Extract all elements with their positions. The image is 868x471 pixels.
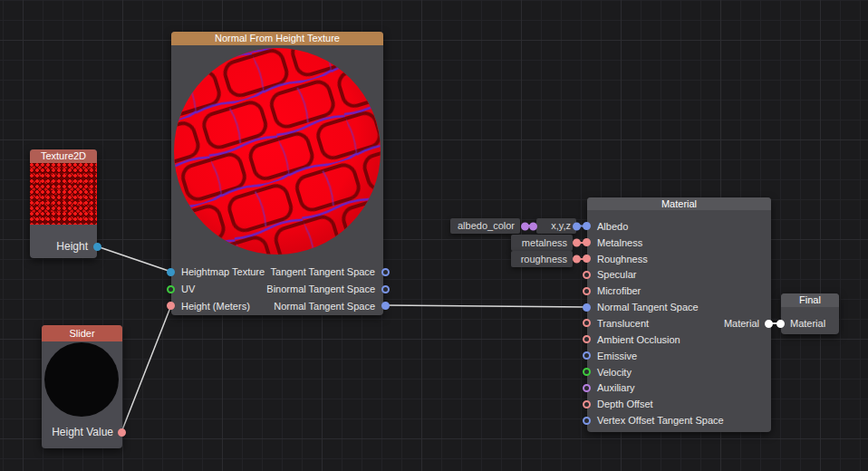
texture2d-preview-image [30,163,97,225]
port-in-albedo[interactable] [583,222,591,230]
port-label-uv: UV [181,284,195,294]
port-label: Depth Offset [597,399,653,409]
port-out-height[interactable] [93,243,101,251]
port-label: Specular [597,269,636,280]
node-slider-title[interactable]: Slider [42,325,122,341]
port-label: Velocity [597,367,632,378]
material-input-row: Microfiber [587,283,771,299]
port-label-height-value: Height Value [52,426,113,438]
port-in-ambient-occlusion[interactable] [583,335,591,343]
port-label-normal-ts: Normal Tangent Space [274,301,375,312]
wire-height-to-heightmap[interactable] [97,246,171,272]
normal-sphere-preview [171,32,383,258]
node-normal-from-height-texture[interactable]: Normal From Height Texture [171,32,383,315]
material-input-row: Depth Offset [587,396,771,412]
port-out-metalness[interactable] [573,239,581,247]
node-material[interactable]: Material AlbedoMetalnessRoughnessSpecula… [587,197,771,432]
port-label: Auxiliary [597,382,635,393]
port-in-roughness[interactable] [583,255,591,263]
material-input-row: Metalness [587,235,771,251]
node-final[interactable]: Final Material [781,293,839,334]
port-label-height: Height [56,240,88,253]
port-label-material-out: Material [724,318,759,329]
port-label-binormal-ts: Binormal Tangent Space [266,284,375,294]
port-in-auxiliary[interactable] [583,384,591,392]
node-texture2d-title[interactable]: Texture2D [30,149,97,163]
node-roughness[interactable]: roughness [511,251,573,267]
port-label: Ambient Occlusion [597,334,680,345]
port-label-final-material: Material [790,318,825,329]
material-input-row: Auxiliary [587,380,771,396]
material-input-row: Albedo [587,218,771,235]
port-label-tangent-ts: Tangent Tangent Space [271,266,375,277]
node-final-title[interactable]: Final [781,293,839,307]
wire-slider-to-heightmeters[interactable] [121,305,171,432]
port-in-emissive[interactable] [583,351,591,360]
port-in-metalness[interactable] [583,238,591,246]
node-xyz[interactable]: x,y,z [536,218,576,234]
roughness-label: roughness [511,251,573,267]
material-input-row: Ambient Occlusion [587,332,771,348]
xyz-label: x,y,z [536,218,576,234]
port-in-heightmap-texture[interactable] [167,268,175,276]
port-in-uv[interactable] [167,285,175,293]
wire-normalts-to-material[interactable] [385,305,587,307]
port-in-specular[interactable] [583,271,591,279]
metalness-label: metalness [511,235,573,251]
port-out-normal-ts[interactable] [381,302,390,310]
material-input-row: Vertex Offset Tangent Space [587,412,771,428]
port-in-normal-tangent-space[interactable] [583,303,591,312]
port-in-xyz[interactable] [529,222,537,230]
port-in-depth-offset[interactable] [583,400,591,409]
node-material-title[interactable]: Material [587,197,771,210]
port-label: Translucent [597,318,649,329]
node-slider[interactable]: Slider Height Value [42,325,122,448]
port-out-binormal-ts[interactable] [381,285,390,293]
port-label: Metalness [597,237,642,248]
port-in-microfiber[interactable] [583,287,591,295]
port-out-roughness[interactable] [573,255,581,264]
port-out-tangent-ts[interactable] [381,268,390,276]
slider-preview-circle[interactable] [44,342,119,417]
graph-canvas[interactable]: Texture2D Height Slider Height Value Nor… [0,0,868,471]
albedo-color-label: albedo_color [450,218,520,234]
port-out-material[interactable] [765,320,773,328]
port-in-translucent[interactable] [583,319,591,327]
port-label-height-meters: Height (Meters) [181,301,250,312]
port-label: Roughness [597,254,648,264]
material-input-row: Specular [587,267,771,284]
material-input-row: Roughness [587,251,771,267]
port-label: Vertex Offset Tangent Space [597,415,724,426]
port-in-velocity[interactable] [583,368,591,376]
port-label-heightmap-texture: Heightmap Texture [181,266,265,277]
material-input-row: Velocity [587,364,771,380]
port-label: Emissive [597,351,637,361]
node-metalness[interactable]: metalness [511,235,573,251]
port-out-albedo-color[interactable] [521,222,529,230]
node-texture2d[interactable]: Texture2D Height [30,149,97,258]
port-in-final-material[interactable] [776,320,785,328]
material-input-row: Normal Tangent Space [587,299,771,315]
port-label: Albedo [597,221,628,232]
material-input-row: Emissive [587,348,771,364]
port-label: Normal Tangent Space [597,302,699,312]
node-albedo-color[interactable]: albedo_color [450,218,520,234]
port-out-height-value[interactable] [118,428,126,437]
port-label: Microfiber [597,285,641,296]
port-in-height-meters[interactable] [167,302,175,310]
port-in-vertex-offset-tangent-space[interactable] [583,417,591,425]
port-out-xyz[interactable] [573,222,581,230]
